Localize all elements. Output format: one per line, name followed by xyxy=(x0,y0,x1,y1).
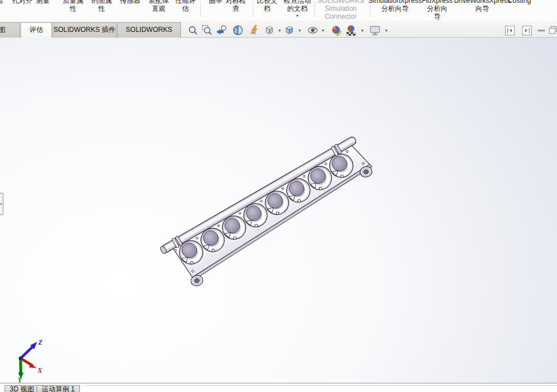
ribbon-button-section-properties[interactable]: 剖面属性 xyxy=(88,0,115,13)
chevron-down-icon: ▾ xyxy=(284,13,311,21)
edit-appearance-icon[interactable] xyxy=(330,25,343,37)
view-orientation-icon[interactable] xyxy=(263,25,276,37)
collapse-panel-left-button[interactable] xyxy=(505,26,515,35)
triad-x-label: X xyxy=(37,366,43,374)
ribbon-button-mass-properties[interactable]: 质量属性 xyxy=(59,0,87,13)
ribbon-button-measure[interactable]: 测量 xyxy=(29,0,56,5)
zoom-to-fit-icon[interactable] xyxy=(187,25,199,37)
tab-evaluate[interactable]: 评估 xyxy=(21,22,52,38)
ribbon-button-interference-check[interactable]: 干涉检查 xyxy=(0,0,7,13)
ribbon-button-sensor[interactable]: 传感器 xyxy=(116,0,144,5)
ribbon-button-performance-evaluation[interactable]: 性能评估 xyxy=(172,0,199,13)
ribbon-button-compare-documents[interactable]: 比较文档 xyxy=(253,0,281,13)
ribbon-button-symmetry-check[interactable]: 对称检查 xyxy=(222,0,249,13)
chevron-down-icon[interactable]: ▾ xyxy=(277,28,282,33)
ribbon-button-simulation-connector[interactable]: SOLIDWORKSSimulationConnector xyxy=(315,0,366,21)
dynamic-annotation-views-icon[interactable]: A xyxy=(248,25,260,37)
triad-z-label: Z xyxy=(38,338,43,346)
motion-study-tab-bar: 3D 视图 运动算例 1 xyxy=(0,383,557,392)
reference-triad: Z X Y xyxy=(8,336,59,383)
ribbon-separator xyxy=(200,1,201,17)
tab-sketch[interactable]: 草图 xyxy=(0,22,20,38)
restore-button[interactable] xyxy=(548,26,557,37)
tab-bar-line xyxy=(86,385,557,386)
tab-solidworks-addins[interactable]: SOLIDWORKS 插件 xyxy=(53,22,116,38)
tab-motion-study-1[interactable]: 运动算例 1 xyxy=(37,385,80,392)
chevron-down-icon[interactable]: ▾ xyxy=(360,28,365,33)
apply-scene-icon[interactable] xyxy=(345,25,357,37)
section-view-icon[interactable] xyxy=(232,25,244,37)
chevron-down-icon[interactable]: ▾ xyxy=(320,28,326,33)
tab-3d-views[interactable]: 3D 视图 xyxy=(5,385,39,392)
minimize-button[interactable] xyxy=(538,30,545,31)
chevron-down-icon[interactable]: ▾ xyxy=(384,28,389,33)
hide-show-items-icon[interactable] xyxy=(306,25,319,37)
display-style-icon[interactable] xyxy=(283,25,296,37)
collapse-panel-right-button[interactable] xyxy=(522,26,532,35)
ribbon-evaluate-tab-content: 干涉检查 孔对齐 测量 质量属性 剖面属性 传感器 装配体直观 性能评估 曲率 … xyxy=(0,0,557,21)
view-settings-icon[interactable] xyxy=(369,25,381,37)
ribbon-button-assembly-visualization[interactable]: 装配体直观 xyxy=(145,0,172,13)
chevron-down-icon[interactable]: ▾ xyxy=(297,28,302,33)
solidworks-window: { "ribbon": { "buttons": [ {"l1":"干涉检","… xyxy=(0,0,557,392)
zoom-to-area-icon[interactable] xyxy=(201,25,213,37)
ribbon-button-costing[interactable]: Costing xyxy=(506,0,533,5)
model-rail-bracket xyxy=(0,38,557,383)
previous-view-icon[interactable] xyxy=(215,25,228,37)
ribbon-button-check-active-document[interactable]: 检查活动的文档▾ xyxy=(284,0,311,21)
tab-solidworks-mbd[interactable]: SOLIDWORKS MBD xyxy=(117,22,181,38)
triad-y-label: Y xyxy=(18,376,23,383)
ribbon-button-driveworksxpress-wizard[interactable]: DriveWorksXpress向导 xyxy=(451,0,514,13)
graphics-viewport[interactable]: Z X Y xyxy=(0,38,557,383)
